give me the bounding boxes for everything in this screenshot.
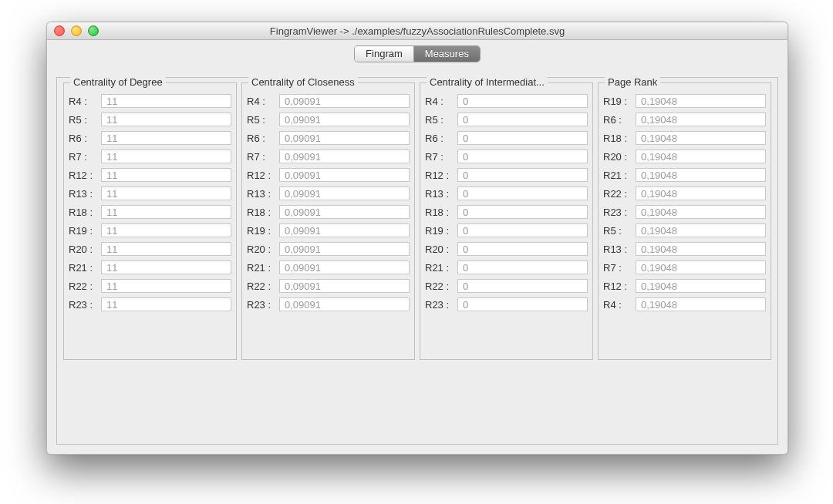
measure-label: R4 : <box>425 96 454 107</box>
measure-label: R22 : <box>69 281 98 292</box>
measure-label: R19 : <box>603 96 632 107</box>
group-centrality-closeness: Centrality of Closeness R4 : R5 : R6 : R… <box>241 82 415 360</box>
group-rows: R4 : R5 : R6 : R7 : R12 : R13 : R18 : R1… <box>69 94 231 311</box>
tab-measures[interactable]: Measures <box>413 46 480 62</box>
measure-row: R7 : <box>69 150 231 163</box>
measure-label: R23 : <box>425 299 454 311</box>
measure-value-field[interactable] <box>279 168 410 182</box>
measure-value-field[interactable] <box>279 297 410 311</box>
measure-value-field[interactable] <box>636 168 766 182</box>
measure-row: R6 : <box>425 131 588 145</box>
measure-value-field[interactable] <box>636 297 766 311</box>
group-centrality-intermediation: Centrality of Intermediat... R4 : R5 : R… <box>420 82 593 360</box>
measure-value-field[interactable] <box>101 297 231 311</box>
measure-row: R6 : <box>69 131 231 145</box>
measure-value-field[interactable] <box>457 150 588 163</box>
measure-label: R18 : <box>425 207 454 218</box>
measure-value-field[interactable] <box>101 186 231 200</box>
measure-row: R6 : <box>603 113 766 126</box>
measure-label: R13 : <box>603 244 632 255</box>
measure-label: R21 : <box>603 170 632 181</box>
measure-row: R22 : <box>425 279 588 293</box>
measure-value-field[interactable] <box>457 113 588 126</box>
measure-row: R19 : <box>425 223 588 237</box>
measure-row: R20 : <box>69 242 231 256</box>
measure-value-field[interactable] <box>101 223 231 237</box>
measure-value-field[interactable] <box>457 279 588 293</box>
measure-value-field[interactable] <box>101 113 231 126</box>
measure-value-field[interactable] <box>279 131 410 145</box>
measure-value-field[interactable] <box>279 223 410 237</box>
measure-value-field[interactable] <box>101 279 231 293</box>
measure-value-field[interactable] <box>636 242 766 256</box>
measure-value-field[interactable] <box>636 186 766 200</box>
measure-label: R12 : <box>69 170 98 181</box>
measure-label: R22 : <box>603 188 632 200</box>
tab-fingram[interactable]: Fingram <box>355 46 413 62</box>
measure-value-field[interactable] <box>457 205 588 219</box>
measure-value-field[interactable] <box>457 242 588 256</box>
close-icon[interactable] <box>54 25 65 36</box>
measure-label: R6 : <box>69 133 98 144</box>
measure-row: R18 : <box>603 131 766 145</box>
measure-value-field[interactable] <box>279 150 410 163</box>
measure-value-field[interactable] <box>101 260 231 274</box>
group-title: Centrality of Closeness <box>248 76 358 88</box>
measure-value-field[interactable] <box>101 168 231 182</box>
measure-row: R23 : <box>69 297 231 311</box>
measure-value-field[interactable] <box>101 205 231 219</box>
measure-row: R4 : <box>247 94 410 108</box>
measure-value-field[interactable] <box>279 279 410 293</box>
measure-value-field[interactable] <box>457 260 588 274</box>
measure-value-field[interactable] <box>457 94 588 108</box>
measure-label: R6 : <box>247 133 276 144</box>
measure-label: R19 : <box>425 225 454 237</box>
measure-row: R19 : <box>247 223 410 237</box>
measure-value-field[interactable] <box>636 131 766 145</box>
measure-value-field[interactable] <box>279 113 410 126</box>
measure-row: R21 : <box>425 260 588 274</box>
measure-value-field[interactable] <box>279 260 410 274</box>
measure-label: R13 : <box>425 188 454 200</box>
measure-label: R23 : <box>69 299 98 311</box>
measure-row: R18 : <box>247 205 410 219</box>
measure-label: R13 : <box>69 188 98 200</box>
measure-value-field[interactable] <box>636 113 766 126</box>
measure-row: R7 : <box>425 150 588 163</box>
measure-value-field[interactable] <box>457 131 588 145</box>
measure-row: R18 : <box>425 205 588 219</box>
measure-value-field[interactable] <box>636 150 766 163</box>
measure-value-field[interactable] <box>101 150 231 163</box>
measure-label: R12 : <box>603 281 632 292</box>
measure-row: R4 : <box>425 94 588 108</box>
measure-value-field[interactable] <box>457 297 588 311</box>
measure-row: R20 : <box>247 242 410 256</box>
measure-value-field[interactable] <box>101 94 231 108</box>
measure-label: R21 : <box>69 262 98 274</box>
measure-value-field[interactable] <box>279 242 410 256</box>
measure-value-field[interactable] <box>636 223 766 237</box>
measure-row: R5 : <box>603 223 766 237</box>
measure-value-field[interactable] <box>279 186 410 200</box>
zoom-icon[interactable] <box>88 25 99 36</box>
measure-value-field[interactable] <box>457 223 588 237</box>
measure-label: R7 : <box>603 262 632 274</box>
group-title: Page Rank <box>605 76 660 88</box>
measure-value-field[interactable] <box>101 131 231 145</box>
measures-panel: Centrality of Degree R4 : R5 : R6 : R7 :… <box>56 77 778 445</box>
minimize-icon[interactable] <box>71 25 82 36</box>
measure-row: R19 : <box>69 223 231 237</box>
measure-value-field[interactable] <box>636 94 766 108</box>
measure-row: R23 : <box>603 205 766 219</box>
measure-value-field[interactable] <box>636 205 766 219</box>
measure-value-field[interactable] <box>279 94 410 108</box>
measure-value-field[interactable] <box>636 279 766 293</box>
measure-value-field[interactable] <box>101 242 231 256</box>
measure-row: R5 : <box>247 113 410 126</box>
measure-value-field[interactable] <box>457 186 588 200</box>
measure-value-field[interactable] <box>457 168 588 182</box>
measure-label: R18 : <box>69 207 98 218</box>
measure-value-field[interactable] <box>636 260 766 274</box>
measure-row: R5 : <box>69 113 231 126</box>
measure-value-field[interactable] <box>279 205 410 219</box>
